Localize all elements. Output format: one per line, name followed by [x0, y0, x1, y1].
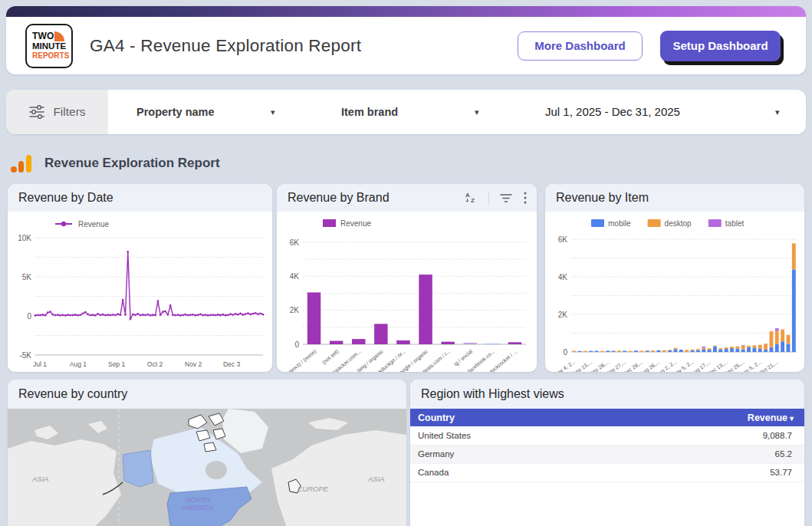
svg-text:tablet: tablet: [725, 219, 745, 228]
regions-table: Country Revenue▾ United States 9,088.7 G…: [410, 409, 804, 482]
date-range-caret-icon[interactable]: ▾: [775, 90, 780, 134]
revenue-by-date-card: Revenue by Date 10K5K0-5KJul 1Aug 1Sep 1…: [8, 184, 272, 372]
revenue-by-date-title: Revenue by Date: [18, 191, 113, 205]
filters-bar: Filters Property name ▾ Item brand ▾ Jul…: [6, 90, 806, 134]
item-brand-filter[interactable]: Item brand: [341, 90, 398, 134]
svg-text:2K: 2K: [558, 311, 568, 319]
two-minute-reports-logo: TWO MINUTE REPORTS: [25, 24, 73, 68]
svg-text:Jul 1: Jul 1: [33, 360, 47, 368]
revenue-by-item-chart[interactable]: 02K4K6KNov 4, 2...Sep 13,...Sep 28,...Se…: [545, 212, 804, 372]
app-header: TWO MINUTE REPORTS GA4 - Revenue Explora…: [6, 6, 806, 74]
revenue-by-country-header: Revenue by country: [8, 380, 406, 409]
country-cell: Canada: [410, 463, 613, 482]
svg-text:Oct 2: Oct 2: [147, 360, 163, 368]
svg-text:0: 0: [294, 340, 299, 349]
svg-text:10K: 10K: [18, 234, 31, 242]
revenue-by-country-card: Revenue by country: [8, 380, 406, 526]
svg-text:0: 0: [563, 348, 567, 357]
revenue-by-brand-header: Revenue by Brand A Z: [277, 184, 537, 212]
svg-text:(direct) / (none): (direct) / (none): [286, 348, 318, 372]
section-header: Revenue Exploration Report: [11, 150, 220, 176]
svg-text:4K: 4K: [558, 273, 568, 281]
filter-funnel-icon[interactable]: [499, 192, 513, 204]
section-title: Revenue Exploration Report: [44, 156, 220, 171]
header-gradient-strip: [6, 6, 806, 17]
google-analytics-icon: [11, 155, 31, 173]
revenue-by-item-header: Revenue by Item: [545, 184, 804, 212]
sort-az-icon[interactable]: A Z: [463, 191, 478, 205]
table-row[interactable]: United States 9,088.7: [410, 426, 804, 445]
svg-text:5K: 5K: [22, 273, 32, 281]
svg-text:Nov 2: Nov 2: [185, 360, 202, 368]
svg-text:Z: Z: [471, 197, 475, 204]
sort-desc-icon[interactable]: ▾: [790, 414, 794, 422]
revenue-by-date-header: Revenue by Date: [8, 184, 272, 212]
svg-text:desktop: desktop: [665, 219, 692, 228]
region-highest-views-header: Region with Highest views: [410, 380, 804, 409]
map-label-north-america-2: AMERICA: [182, 504, 213, 511]
svg-text:2K: 2K: [290, 306, 300, 314]
revenue-by-item-title: Revenue by Item: [556, 191, 649, 205]
revenue-by-brand-chart[interactable]: 02K4K6K(direct) / (none)(not set)backpac…: [277, 212, 537, 372]
logo-text-two: TWO: [32, 31, 71, 41]
svg-text:Revenue: Revenue: [78, 220, 109, 228]
svg-text:Nov 4, 2...: Nov 4, 2...: [553, 359, 576, 372]
country-cell: Germany: [410, 445, 613, 463]
table-row[interactable]: Germany 65.2: [410, 445, 804, 463]
kebab-menu-icon[interactable]: [523, 191, 528, 205]
svg-text:6K: 6K: [290, 238, 300, 247]
map-label-europe: EUROPE: [298, 485, 329, 493]
map-label-north-america-1: NORTH: [186, 496, 210, 504]
svg-text:Aug 1: Aug 1: [70, 360, 87, 368]
more-dashboard-button[interactable]: More Dashboard: [518, 31, 643, 61]
column-header-revenue[interactable]: Revenue▾: [613, 409, 804, 426]
svg-text:Revenue: Revenue: [340, 219, 371, 228]
region-highest-views-title: Region with Highest views: [421, 387, 564, 401]
svg-text:Dec 13,...: Dec 13,...: [706, 359, 728, 372]
revenue-cell: 65.2: [613, 445, 804, 463]
svg-text:Dec 25,...: Dec 25,...: [723, 359, 745, 372]
logo-text-reports: REPORTS: [32, 51, 71, 61]
map-label-asia-right: ASIA: [367, 475, 385, 483]
property-name-filter[interactable]: Property name: [136, 90, 215, 134]
column-header-country[interactable]: Country: [410, 409, 613, 426]
world-map-chart[interactable]: ASIA ASIA EUROPE NORTH AMERICA: [8, 409, 406, 526]
dashboard-page: TWO MINUTE REPORTS GA4 - Revenue Explora…: [0, 0, 812, 526]
property-name-caret-icon[interactable]: ▾: [271, 90, 275, 134]
svg-text:Sep 1: Sep 1: [108, 360, 125, 368]
svg-text:Dec 29,...: Dec 29,...: [622, 359, 644, 372]
svg-text:mobile: mobile: [608, 219, 631, 228]
revenue-by-brand-title: Revenue by Brand: [288, 191, 390, 205]
svg-text:Oct 21,...: Oct 21,...: [758, 359, 779, 372]
item-brand-caret-icon[interactable]: ▾: [475, 90, 479, 134]
revenue-by-date-chart[interactable]: 10K5K0-5KJul 1Aug 1Sep 1Oct 2Nov 2Dec 3R…: [8, 212, 272, 372]
svg-text:0: 0: [27, 312, 31, 321]
revenue-cell: 9,088.7: [613, 426, 804, 445]
regions-table-body: Country Revenue▾ United States 9,088.7 G…: [410, 409, 804, 526]
revenue-by-item-card: Revenue by Item 02K4K6KNov 4, 2...Sep 13…: [545, 184, 804, 372]
revenue-by-country-title: Revenue by country: [18, 387, 127, 401]
date-range-filter[interactable]: Jul 1, 2025 - Dec 31, 2025: [512, 90, 713, 134]
page-title: GA4 - Revenue Exploration Report: [90, 36, 361, 56]
region-highest-views-card: Region with Highest views Country Revenu…: [410, 380, 804, 526]
revenue-by-brand-card: Revenue by Brand A Z: [277, 184, 537, 372]
svg-text:-5K: -5K: [19, 351, 31, 360]
country-cell: United States: [410, 426, 613, 445]
world-map: ASIA ASIA EUROPE NORTH AMERICA: [8, 409, 406, 526]
svg-text:6K: 6K: [558, 235, 568, 244]
svg-text:4K: 4K: [290, 272, 300, 281]
map-label-asia-left: ASIA: [31, 475, 49, 483]
svg-text:A: A: [465, 192, 470, 199]
svg-text:Dec 3: Dec 3: [223, 360, 240, 368]
svg-text:(not set): (not set): [321, 348, 340, 366]
logo-text-minute: MINUTE: [32, 41, 71, 51]
filters-label: Filters: [53, 105, 85, 119]
svg-text:ig / social: ig / social: [453, 348, 475, 367]
table-row[interactable]: Canada 53.77: [410, 463, 804, 482]
table-header-row: Country Revenue▾: [410, 409, 804, 426]
toolbar-divider: [488, 191, 489, 205]
filter-sliders-icon: [28, 104, 45, 120]
revenue-cell: 53.77: [613, 463, 804, 482]
filters-chip[interactable]: Filters: [6, 90, 108, 134]
setup-dashboard-button[interactable]: Setup Dashboard: [660, 31, 781, 61]
